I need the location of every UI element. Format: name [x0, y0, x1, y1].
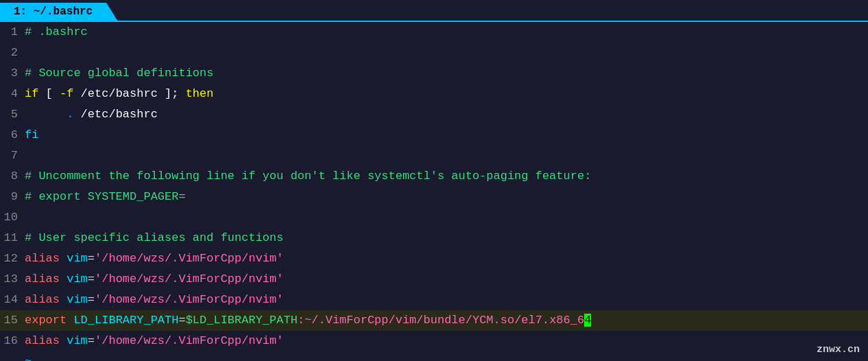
token: LD_LIBRARY_PATH [67, 314, 178, 327]
token: alias [25, 272, 60, 286]
token: alias [25, 252, 60, 265]
code-line-15: 15export LD_LIBRARY_PATH=$LD_LIBRARY_PAT… [0, 310, 868, 331]
token: . [67, 108, 73, 121]
token: then [186, 87, 214, 100]
line-number: 16 [0, 331, 25, 351]
code-line-2: 2 [0, 43, 868, 63]
token: export [25, 314, 67, 327]
token: = [88, 272, 95, 286]
line-number: 7 [0, 145, 25, 166]
token: if [25, 87, 38, 100]
code-line-7: 7 [0, 145, 868, 166]
token: # Uncomment the following line if you do… [25, 170, 591, 183]
code-line-3: 3# Source global definitions [0, 63, 868, 84]
token: vim [60, 334, 88, 347]
token: # export SYSTEMD_PAGER= [25, 190, 186, 203]
line-number: 1 [0, 22, 25, 43]
tilde-line: ~ [0, 351, 868, 361]
line-content: alias vim='/home/wzs/.VimForCpp/nvim' [25, 269, 868, 290]
line-content: # export SYSTEMD_PAGER= [25, 187, 868, 207]
line-number: 10 [0, 207, 25, 228]
line-number: 14 [0, 290, 25, 310]
token: '/home/wzs/.VimForCpp/nvim' [95, 272, 283, 286]
token: [ [38, 87, 60, 100]
code-line-16: 16alias vim='/home/wzs/.VimForCpp/nvim' [0, 331, 868, 351]
token: /etc/bashrc [73, 87, 165, 100]
token: '/home/wzs/.VimForCpp/nvim' [95, 252, 283, 265]
line-content: # .bashrc [25, 22, 868, 43]
token: # .bashrc [25, 25, 88, 38]
token: alias [25, 293, 60, 306]
line-number: 4 [0, 84, 25, 104]
token: # Source global definitions [25, 67, 213, 80]
token: alias [25, 334, 60, 347]
token: 4 [584, 314, 591, 327]
code-line-11: 11# User specific aliases and functions [0, 228, 868, 248]
token: = [178, 314, 185, 327]
line-content: if [ -f /etc/bashrc ]; then [25, 84, 868, 104]
tilde-char: ~ [25, 351, 32, 361]
line-number: 9 [0, 187, 25, 207]
code-line-14: 14alias vim='/home/wzs/.VimForCpp/nvim' [0, 290, 868, 310]
token: = [88, 334, 95, 347]
token: '/home/wzs/.VimForCpp/nvim' [95, 293, 283, 306]
code-line-1: 1# .bashrc [0, 22, 868, 43]
token: $LD_LIBRARY_PATH [186, 314, 298, 327]
line-number: 3 [0, 63, 25, 84]
line-content: . /etc/bashrc [25, 104, 868, 125]
code-line-8: 8# Uncomment the following line if you d… [0, 166, 868, 187]
line-number: 13 [0, 269, 25, 290]
token: = [88, 252, 95, 265]
line-number: 2 [0, 43, 25, 63]
token: vim [60, 272, 88, 286]
line-number: 12 [0, 248, 25, 269]
line-content: # Uncomment the following line if you do… [25, 166, 868, 187]
tab-bar: 1: ~/.bashrc [0, 0, 868, 22]
editor: 1# .bashrc23# Source global definitions4… [0, 22, 868, 351]
line-content: alias vim='/home/wzs/.VimForCpp/nvim' [25, 331, 868, 351]
code-line-10: 10 [0, 207, 868, 228]
line-number: 8 [0, 166, 25, 187]
code-line-12: 12alias vim='/home/wzs/.VimForCpp/nvim' [0, 248, 868, 269]
token: vim [60, 293, 88, 306]
line-content: export LD_LIBRARY_PATH=$LD_LIBRARY_PATH:… [25, 310, 868, 331]
line-content: # User specific aliases and functions [25, 228, 868, 248]
line-number: 11 [0, 228, 25, 248]
line-content: alias vim='/home/wzs/.VimForCpp/nvim' [25, 248, 868, 269]
token: # User specific aliases and functions [25, 231, 283, 244]
token: fi [25, 128, 38, 141]
line-content: # Source global definitions [25, 63, 868, 84]
line-content: alias vim='/home/wzs/.VimForCpp/nvim' [25, 290, 868, 310]
active-tab[interactable]: 1: ~/.bashrc [0, 3, 117, 21]
code-line-5: 5 . /etc/bashrc [0, 104, 868, 125]
code-line-4: 4if [ -f /etc/bashrc ]; then [0, 84, 868, 104]
line-number: 6 [0, 125, 25, 145]
token: '/home/wzs/.VimForCpp/nvim' [95, 334, 283, 347]
code-line-6: 6fi [0, 125, 868, 145]
watermark: znwx.cn [817, 344, 860, 356]
line-number: 5 [0, 104, 25, 125]
token: vim [60, 252, 88, 265]
token: = [88, 293, 95, 306]
line-content: fi [25, 125, 868, 145]
token: ]; [165, 87, 186, 100]
token: /etc/bashrc [73, 108, 157, 121]
tilde-linenum [0, 351, 25, 361]
token: :~/.VimForCpp/vim/bundle/YCM.so/el7.x86_… [298, 314, 584, 327]
code-line-9: 9# export SYSTEMD_PAGER= [0, 187, 868, 207]
token: -f [60, 87, 73, 100]
token [25, 108, 67, 121]
line-number: 15 [0, 310, 25, 331]
code-line-13: 13alias vim='/home/wzs/.VimForCpp/nvim' [0, 269, 868, 290]
